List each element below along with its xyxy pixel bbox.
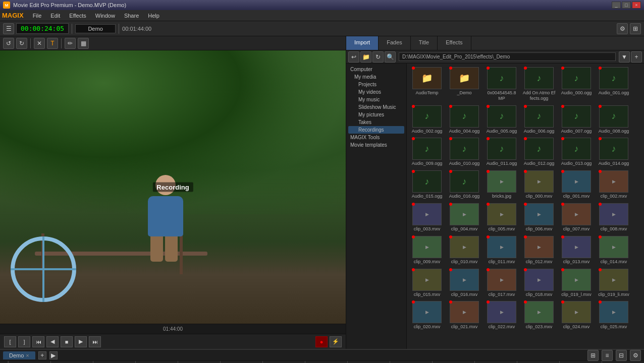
file-item-5[interactable]: ♪ Audio_001.ogg [596,66,632,103]
file-item-17[interactable]: ♪ Audio_014.ogg [596,136,632,168]
file-item-38[interactable]: ▶ clip_017.mxv [484,267,520,299]
file-item-0[interactable]: 📁 AudioTemp [409,66,445,103]
file-item-6[interactable]: ♪ Audio_002.ogg [409,104,445,136]
effects-tool-button[interactable]: ▦ [78,38,89,49]
file-item-7[interactable]: ♪ Audio_004.ogg [446,104,482,136]
file-item-46[interactable]: ▶ clip_024.mxv [558,299,595,331]
file-item-42[interactable]: ▶ clip_020.mxv [409,299,445,331]
tab-title[interactable]: Title [411,36,438,50]
file-item-39[interactable]: ▶ clip_018.mxv [521,267,557,299]
redo-button[interactable]: ↻ [16,38,27,49]
project-tab-close[interactable]: × [26,352,29,358]
file-item-37[interactable]: ▶ clip_016.mxv [446,267,482,299]
file-item-27[interactable]: ▶ clip_006.mxv [521,202,557,233]
rewind-fast-button[interactable]: ⏮ [32,336,44,347]
maximize-button[interactable]: □ [622,2,631,9]
file-item-25[interactable]: ▶ clip_004.mxv [446,202,482,233]
file-item-12[interactable]: ♪ Audio_009.ogg [409,136,445,168]
file-item-20[interactable]: ▶ bricks.jpg [484,169,520,201]
mark-out-button[interactable]: ] [18,336,30,347]
menu-help[interactable]: Help [144,12,164,20]
tab-fades[interactable]: Fades [379,36,411,50]
file-item-26[interactable]: ▶ clip_005.mxv [484,202,520,233]
tree-my-music[interactable]: My music [348,96,404,103]
file-item-15[interactable]: ♪ Audio_012.ogg [521,136,557,168]
file-item-28[interactable]: ▶ clip_007.mxv [558,202,595,233]
menu-window[interactable]: Window [91,12,119,20]
search-button[interactable]: 🔍 [385,51,396,63]
rewind-button[interactable]: ◀ [46,336,59,347]
settings-small-button[interactable]: ⚡ [330,336,342,347]
text-tool-button[interactable]: T [47,38,58,49]
tree-magix-tools[interactable]: MAGIX Tools [348,134,404,141]
tab-import[interactable]: Import [346,36,379,50]
undo-button[interactable]: ↺ [3,38,14,49]
tree-computer[interactable]: Computer [348,66,404,73]
file-item-43[interactable]: ▶ clip_021.mxv [446,299,482,331]
tree-takes[interactable]: Takes [348,118,404,126]
tree-slideshow-music[interactable]: Slideshow Music [348,103,404,111]
file-item-47[interactable]: ▶ clip_025.mxv [596,299,632,331]
file-item-32[interactable]: ▶ clip_011.mxv [484,234,520,266]
tab-effects[interactable]: Effects [438,36,471,50]
file-item-36[interactable]: ▶ clip_015.mxv [409,267,445,299]
file-item-3[interactable]: ♪ Add On Atmo Effects.ogg [521,66,557,103]
back-button[interactable]: ↩ [348,51,359,63]
trim-tool-button[interactable]: ✏ [65,38,76,49]
file-item-29[interactable]: ▶ clip_008.mxv [596,202,632,233]
project-tab[interactable]: Demo × [3,351,35,359]
timeline-view-toggle-1[interactable]: ⊞ [587,350,599,361]
timeline-view-toggle-2[interactable]: ≡ [602,350,613,361]
file-item-30[interactable]: ▶ clip_009.mxv [409,234,445,266]
file-item-11[interactable]: ♪ Audio_008.ogg [596,104,632,136]
timeline-view-toggle-3[interactable]: ⊟ [616,350,627,361]
file-item-22[interactable]: ▶ clip_001.mxv [558,169,595,201]
folder-button[interactable]: 📁 [360,51,371,63]
mark-in-button[interactable]: [ [4,336,16,347]
menu-share[interactable]: Share [120,12,143,20]
tree-my-pictures[interactable]: My pictures [348,111,404,118]
file-item-19[interactable]: ♪ Audio_016.ogg [446,169,482,201]
play-button[interactable]: ▶ [75,336,87,347]
toolbar-menu-icon[interactable]: ☰ [3,23,14,34]
timeline-settings-button[interactable]: ⚙ [630,350,641,361]
tree-movie-templates[interactable]: Movie templates [348,141,404,149]
file-item-13[interactable]: ♪ Audio_010.ogg [446,136,482,168]
file-item-1[interactable]: 📁 _Demo [446,66,482,103]
minimize-button[interactable]: _ [612,2,621,9]
record-button[interactable]: ● [315,336,328,347]
file-item-16[interactable]: ♪ Audio_013.ogg [558,136,595,168]
menu-edit[interactable]: Edit [46,12,64,20]
file-item-41[interactable]: ▶ clip_019_li.mxv [596,267,632,299]
tree-my-videos[interactable]: My videos [348,88,404,96]
path-dropdown-button[interactable]: ▼ [619,51,630,63]
file-item-33[interactable]: ▶ clip_012.mxv [521,234,557,266]
file-item-4[interactable]: ♪ Audio_000.ogg [558,66,595,103]
toolbar-extra-button[interactable]: ⊞ [630,23,641,34]
tree-projects[interactable]: Projects [348,81,404,88]
add-button[interactable]: + [631,51,642,63]
tree-my-media[interactable]: My media [348,73,404,81]
file-item-21[interactable]: ▶ clip_000.mxv [521,169,557,201]
menu-file[interactable]: File [29,12,46,20]
file-item-8[interactable]: ♪ Audio_005.ogg [484,104,520,136]
file-item-35[interactable]: ▶ clip_014.mxv [596,234,632,266]
file-item-10[interactable]: ♪ Audio_007.ogg [558,104,595,136]
file-item-45[interactable]: ▶ clip_023.mxv [521,299,557,331]
file-item-24[interactable]: ▶ clip_003.mxv [409,202,445,233]
tree-recordings[interactable]: Recordings [348,126,404,134]
close-button[interactable]: × [632,2,641,9]
fast-forward-button[interactable]: ⏭ [89,336,101,347]
file-item-40[interactable]: ▶ clip_019_l.mxv [558,267,595,299]
file-item-34[interactable]: ▶ clip_013.mxv [558,234,595,266]
menu-effects[interactable]: Effects [65,12,90,20]
delete-button[interactable]: ✕ [34,38,45,49]
file-item-18[interactable]: ♪ Audio_015.ogg [409,169,445,201]
file-item-9[interactable]: ♪ Audio_006.ogg [521,104,557,136]
file-item-23[interactable]: ▶ clip_002.mxv [596,169,632,201]
file-item-2[interactable]: ♪ 0x00454545.8 MP [484,66,520,103]
stop-button[interactable]: ■ [61,336,73,347]
file-item-14[interactable]: ♪ Audio_011.ogg [484,136,520,168]
path-bar[interactable]: D:\MAGIX\Movie_Edit_Pro_2015\effects\_De… [399,52,616,61]
refresh-button[interactable]: ↻ [372,51,384,63]
